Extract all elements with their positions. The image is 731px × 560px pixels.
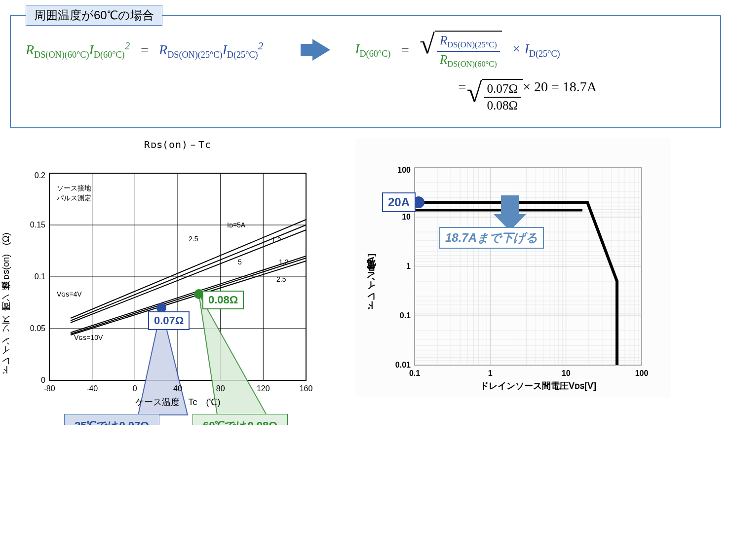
xt5: 120 (257, 384, 270, 393)
svg-rect-82 (501, 195, 519, 215)
note1: ソース接地 (57, 184, 91, 192)
arrow-right-icon (312, 39, 330, 61)
c2xt0: 0.1 (409, 369, 420, 377)
c2xt1: 1 (488, 369, 493, 377)
c2xt3: 100 (635, 369, 649, 377)
equation-id60: ID(60°C) (355, 41, 390, 59)
yt3: 0.15 (30, 221, 45, 229)
yt4: 0.2 (35, 171, 45, 180)
c2yt2: 1 (406, 262, 411, 270)
formula-title: 周囲温度が60℃の場合 (26, 5, 162, 26)
val25a: 2.5 (189, 235, 198, 243)
chart-id-vds: ドレイン電流 Iᴅ[A] (355, 138, 671, 397)
bottom-callout-25c: 25℃では0.07Ω (64, 414, 159, 425)
c2xt2: 10 (562, 369, 571, 377)
callout-008: 0.08Ω (202, 291, 244, 309)
id5a-label: Iᴅ=5A (227, 221, 246, 229)
chart1-title: Rᴅꜱ(on)－Tc (10, 138, 346, 151)
chart-rdson-tc: Rᴅꜱ(on)－Tc ドレイン-ソース間オン抵抗 R ᴅꜱ(on) (Ω) (10, 138, 346, 420)
formula-row-1: RDS(ON)(60°C)ID(60°C)2 = RDS(ON)(25°C)ID… (26, 31, 705, 69)
callout-007: 0.07Ω (148, 311, 190, 330)
formula-row-2: = √ 0.07Ω 0.08Ω × 20 = 18.7A (26, 79, 705, 112)
yt1: 0.05 (30, 324, 45, 333)
xt1: -40 (86, 384, 98, 393)
c2yt1: 0.1 (400, 311, 411, 320)
row2-result: × 20 = 18.7A (523, 79, 597, 112)
times-id25: × ID(25°C) (512, 41, 560, 59)
val12a: 1.2 (271, 236, 281, 244)
val5b: 5 (238, 258, 242, 266)
c2yt3: 10 (402, 213, 411, 221)
charts-row: Rᴅꜱ(on)－Tc ドレイン-ソース間オン抵抗 R ᴅꜱ(on) (Ω) (10, 138, 721, 420)
frac-den-rds60: RDS(ON)(60°C) (437, 52, 500, 69)
callout-derate: 18.7Aまで下げる (439, 227, 544, 249)
c2yt4: 100 (397, 166, 411, 174)
chart1-plot: ソース接地 パルス測定 Vɢꜱ=4V Vɢꜱ=10V Iᴅ=5A 2.5 1.2… (10, 153, 326, 420)
xt4: 80 (216, 384, 225, 393)
equation-lhs-60c: RDS(ON)(60°C)ID(60°C)2 (26, 40, 130, 60)
svg-line-11 (71, 230, 306, 323)
xt3: 40 (173, 384, 182, 393)
xt0: -80 (43, 384, 55, 393)
val25b: 2.5 (276, 275, 286, 283)
xt2: 0 (133, 384, 137, 393)
sqrt-expression-2: √ 0.07Ω 0.08Ω (467, 79, 523, 112)
vgs10-label: Vɢꜱ=10V (74, 334, 103, 341)
chart1-ylabel: ドレイン-ソース間オン抵抗 R ᴅꜱ(on) (Ω) (0, 193, 12, 380)
chart2-xlabel: ドレインソース間電圧Vᴅꜱ[V] (480, 381, 596, 391)
chart2-ylabel: ドレイン電流 Iᴅ[A] (365, 207, 377, 316)
val12b: 1.2 (279, 258, 289, 266)
chart2-plot: 0.1 1 10 100 0.01 0.1 1 10 100 ドレインソース間電… (355, 148, 661, 395)
xt6: 160 (300, 384, 313, 393)
formula-box: 周囲温度が60℃の場合 RDS(ON)(60°C)ID(60°C)2 = RDS… (10, 15, 721, 128)
yt0: 0 (41, 376, 45, 384)
callout-20a: 20A (382, 192, 416, 212)
equation-equals-1: = (140, 42, 149, 58)
svg-line-9 (71, 220, 306, 318)
row2-den: 0.08Ω (484, 98, 521, 112)
frac-num-rds25: RDS(ON)(25°C) (437, 34, 500, 52)
row2-num: 0.07Ω (484, 82, 521, 98)
yt2: 0.1 (35, 272, 45, 281)
chart1-xlabel: ケース温度 Tc (℃) (135, 397, 221, 407)
vgs4-label: Vɢꜱ=4V (57, 290, 82, 298)
equation-rhs-25c: RDS(ON)(25°C)ID(25°C)2 (159, 40, 263, 60)
bottom-callout-60c: 60℃では0.08Ω (192, 414, 288, 425)
sqrt-expression-1: √ RDS(ON)(25°C) RDS(ON)(60°C) (420, 31, 501, 69)
equation-equals-2: = (400, 42, 410, 58)
note2: パルス測定 (56, 194, 91, 202)
row2-equals: = (458, 79, 467, 112)
c2yt0: 0.01 (395, 361, 411, 369)
